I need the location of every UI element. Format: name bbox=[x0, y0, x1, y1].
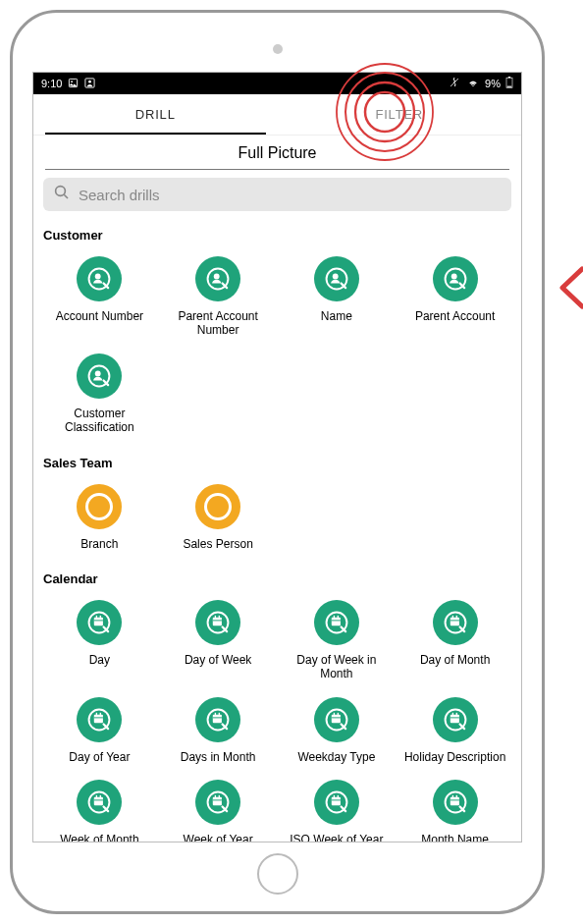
page-title: Full Picture bbox=[45, 136, 509, 170]
search-box[interactable] bbox=[43, 178, 511, 211]
drill-label: Sales Person bbox=[183, 537, 252, 551]
calendar-icon bbox=[433, 780, 478, 825]
svg-rect-45 bbox=[450, 620, 458, 621]
drill-item[interactable]: Holiday Description bbox=[398, 691, 511, 770]
drill-item[interactable]: Day of Year bbox=[43, 691, 156, 770]
swipe-arrow-icon bbox=[555, 265, 583, 314]
svg-rect-88 bbox=[334, 795, 335, 798]
svg-rect-41 bbox=[338, 616, 339, 619]
image-icon bbox=[68, 78, 79, 90]
person-icon bbox=[314, 256, 359, 301]
svg-rect-35 bbox=[219, 616, 220, 619]
person-icon bbox=[195, 256, 240, 301]
home-button[interactable] bbox=[257, 853, 298, 895]
camera-dot bbox=[273, 44, 283, 54]
search-icon bbox=[53, 184, 71, 205]
drill-label: Name bbox=[321, 309, 352, 323]
screen: 9:10 9% bbox=[32, 72, 522, 842]
drill-item[interactable]: Customer Classification bbox=[43, 348, 156, 441]
drill-item[interactable]: Days in Month bbox=[162, 691, 275, 770]
person-icon bbox=[77, 353, 122, 399]
svg-rect-34 bbox=[215, 616, 216, 619]
calendar-icon bbox=[77, 600, 122, 645]
tab-drill[interactable]: DRILL bbox=[33, 94, 278, 135]
drill-label: Week of Month bbox=[60, 833, 138, 842]
svg-point-11 bbox=[95, 273, 101, 279]
svg-point-1 bbox=[72, 81, 74, 82]
grid-calendar: DayDay of WeekDay of Week in MonthDay of… bbox=[43, 590, 511, 842]
svg-point-23 bbox=[95, 370, 101, 376]
drill-item[interactable]: Day of Week bbox=[162, 594, 275, 687]
svg-point-20 bbox=[450, 273, 456, 279]
tabs: DRILL FILTER bbox=[33, 94, 521, 136]
tablet-frame: 9:10 9% bbox=[10, 10, 545, 914]
svg-rect-62 bbox=[332, 715, 341, 723]
drill-label: Holiday Description bbox=[404, 750, 505, 764]
svg-rect-83 bbox=[219, 795, 220, 798]
drill-item[interactable]: Account Number bbox=[43, 250, 156, 344]
svg-rect-52 bbox=[96, 713, 97, 716]
svg-rect-59 bbox=[219, 713, 220, 716]
status-time: 9:10 bbox=[41, 78, 62, 89]
tab-filter[interactable]: FILTER bbox=[278, 94, 522, 135]
battery-icon bbox=[505, 77, 513, 90]
drill-item[interactable]: Day of Week in Month bbox=[281, 594, 394, 687]
svg-rect-6 bbox=[508, 77, 510, 78]
drill-label: Parent Account Number bbox=[164, 309, 272, 338]
calendar-icon bbox=[195, 780, 240, 825]
svg-rect-58 bbox=[215, 713, 216, 716]
vibrate-icon bbox=[448, 77, 461, 90]
ring-icon bbox=[77, 484, 122, 529]
drill-item[interactable]: Sales Person bbox=[162, 478, 275, 557]
drill-item[interactable]: Day bbox=[43, 594, 156, 687]
svg-rect-76 bbox=[96, 795, 97, 798]
svg-rect-57 bbox=[213, 717, 222, 718]
svg-rect-47 bbox=[455, 616, 456, 619]
drill-label: Day of Month bbox=[420, 653, 490, 667]
drill-label: ISO Week of Year bbox=[290, 833, 383, 842]
svg-rect-65 bbox=[338, 713, 339, 716]
ring-icon bbox=[195, 484, 240, 529]
wifi-icon bbox=[466, 78, 480, 90]
drill-item[interactable]: Parent Account bbox=[398, 250, 511, 344]
svg-rect-87 bbox=[332, 800, 341, 801]
drill-item[interactable]: Week of Month bbox=[43, 774, 156, 842]
calendar-icon bbox=[433, 697, 478, 742]
search-input[interactable] bbox=[79, 187, 502, 203]
drill-item[interactable]: ISO Week of Year bbox=[281, 774, 394, 842]
drill-item[interactable]: Parent Account Number bbox=[162, 250, 275, 344]
person-status-icon bbox=[84, 78, 95, 90]
calendar-icon bbox=[433, 600, 478, 645]
drill-item[interactable]: Weekday Type bbox=[281, 691, 394, 770]
calendar-icon bbox=[195, 697, 240, 742]
drill-content: CustomerAccount NumberParent Account Num… bbox=[33, 219, 521, 842]
svg-line-9 bbox=[64, 194, 68, 198]
svg-rect-81 bbox=[213, 800, 222, 801]
drill-item[interactable]: Branch bbox=[43, 478, 156, 557]
svg-rect-44 bbox=[450, 618, 458, 625]
svg-rect-86 bbox=[332, 797, 341, 805]
svg-rect-40 bbox=[334, 616, 335, 619]
drill-label: Day of Week in Month bbox=[283, 653, 391, 681]
svg-rect-26 bbox=[94, 618, 103, 625]
svg-rect-80 bbox=[213, 797, 222, 805]
person-icon bbox=[77, 256, 122, 301]
section-header-sales_team: Sales Team bbox=[43, 447, 511, 474]
tab-drill-label: DRILL bbox=[135, 107, 176, 122]
drill-label: Parent Account bbox=[415, 309, 495, 323]
svg-rect-29 bbox=[100, 616, 101, 619]
drill-item[interactable]: Month Name bbox=[398, 774, 511, 842]
drill-label: Day bbox=[89, 653, 110, 667]
svg-point-3 bbox=[89, 80, 92, 82]
svg-point-8 bbox=[56, 187, 66, 196]
svg-rect-77 bbox=[100, 795, 101, 798]
svg-rect-27 bbox=[94, 620, 103, 621]
drill-label: Day of Week bbox=[185, 653, 251, 667]
drill-item[interactable]: Week of Year bbox=[162, 774, 275, 842]
svg-rect-7 bbox=[507, 86, 512, 87]
battery-text: 9% bbox=[485, 78, 501, 89]
svg-rect-39 bbox=[332, 620, 341, 621]
drill-item[interactable]: Day of Month bbox=[398, 594, 511, 687]
svg-rect-32 bbox=[213, 618, 222, 625]
drill-item[interactable]: Name bbox=[281, 250, 394, 344]
